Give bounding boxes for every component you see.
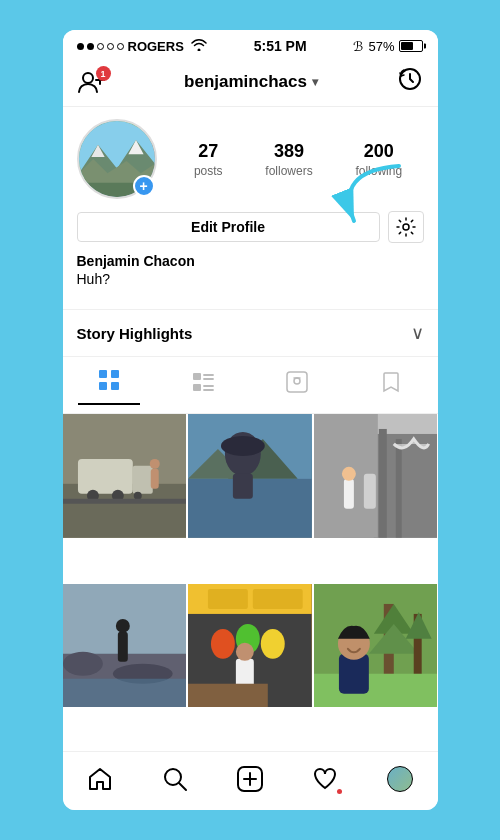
svg-point-36 [149,459,159,469]
svg-rect-20 [193,384,201,391]
following-stat[interactable]: 200 following [355,141,402,178]
photo-3-image [314,414,438,538]
photo-cell-3[interactable] [314,414,438,538]
search-icon [162,766,188,792]
followers-label: followers [265,164,312,178]
svg-rect-34 [63,499,187,504]
edit-profile-button[interactable]: Edit Profile [77,212,380,242]
notification-badge: 1 [96,66,111,81]
svg-point-0 [83,73,93,83]
svg-rect-43 [233,474,253,499]
activity-dot [337,789,342,794]
signal-area: ROGERS [77,38,207,54]
home-icon [87,766,113,792]
bookmark-icon [380,371,402,393]
nav-add[interactable] [227,762,273,796]
status-bar: ROGERS 5:51 PM ℬ 57% [63,30,438,58]
avatar-plus-button[interactable]: + [133,175,155,197]
profile-section: + 27 posts 389 followers 200 following [63,107,438,299]
photo-5-image [188,584,312,708]
svg-point-11 [403,224,409,230]
nav-home[interactable] [77,762,123,796]
tab-tagged[interactable] [266,367,328,403]
posts-stat[interactable]: 27 posts [194,141,223,178]
clock: 5:51 PM [254,38,307,54]
photo-cell-1[interactable] [63,414,187,538]
photo-cell-2[interactable] [188,414,312,538]
photo-6-image [314,584,438,708]
wifi-icon [191,38,207,54]
profile-bio: Huh? [77,271,424,287]
photo-grid [63,414,438,751]
svg-rect-47 [379,429,387,538]
signal-dot-4 [107,43,114,50]
svg-rect-17 [193,373,201,380]
signal-dots [77,43,124,50]
svg-point-33 [133,492,141,500]
settings-button[interactable] [388,211,424,243]
battery-fill [401,42,412,50]
svg-rect-76 [314,673,438,707]
svg-point-50 [342,467,356,481]
svg-rect-29 [77,459,132,494]
screen: ROGERS 5:51 PM ℬ 57% [63,30,438,810]
following-count: 200 [364,141,394,162]
photo-cell-6[interactable] [314,584,438,708]
tagged-icon [286,371,308,393]
signal-dot-1 [77,43,84,50]
view-tabs [63,357,438,414]
profile-top: + 27 posts 389 followers 200 following [77,119,424,199]
bluetooth-icon: ℬ [353,39,363,54]
add-user-button[interactable]: 1 [77,70,105,94]
avatar-wrapper: + [77,119,157,199]
tab-grid[interactable] [78,365,140,405]
username-dropdown[interactable]: benjaminchacs ▾ [184,72,318,92]
svg-rect-15 [99,382,107,390]
nav-search[interactable] [152,762,198,796]
list-icon [192,371,214,393]
svg-rect-69 [188,683,268,707]
profile-name: Benjamin Chacon [77,253,424,269]
svg-rect-30 [132,466,152,494]
svg-point-58 [115,618,129,632]
svg-point-68 [236,642,254,660]
history-button[interactable] [397,66,423,98]
nav-activity[interactable] [302,762,348,796]
following-label: following [355,164,402,178]
edit-section: Edit Profile [77,211,424,243]
tab-list[interactable] [172,367,234,403]
followers-stat[interactable]: 389 followers [265,141,312,178]
photo-cell-4[interactable] [63,584,187,708]
story-highlights-bar[interactable]: Story Highlights ∨ [63,310,438,357]
posts-label: posts [194,164,223,178]
photo-4-image [63,584,187,708]
signal-dot-2 [87,43,94,50]
signal-dot-5 [117,43,124,50]
svg-rect-63 [253,588,303,608]
svg-line-80 [179,783,186,790]
profile-thumbnail [387,766,413,792]
posts-count: 27 [198,141,218,162]
battery-icon [399,40,423,52]
chevron-down-icon: ▾ [312,75,318,89]
nav-profile[interactable] [377,762,423,796]
svg-point-64 [211,628,235,658]
svg-rect-16 [111,382,119,390]
svg-rect-48 [396,439,402,538]
highlights-chevron-icon: ∨ [411,322,424,344]
svg-rect-49 [344,479,354,509]
svg-rect-13 [99,370,107,378]
battery-percent: 57% [368,39,394,54]
gear-icon [396,217,416,237]
svg-point-24 [294,378,300,384]
profile-stats: 27 posts 389 followers 200 following [173,141,424,178]
carrier-label: ROGERS [128,39,184,54]
tab-bookmark[interactable] [360,367,422,403]
followers-count: 389 [274,141,304,162]
signal-dot-3 [97,43,104,50]
phone-frame: ROGERS 5:51 PM ℬ 57% [0,0,500,840]
photo-cell-5[interactable] [188,584,312,708]
svg-rect-62 [208,588,248,608]
add-icon [237,766,263,792]
svg-rect-59 [63,678,187,707]
